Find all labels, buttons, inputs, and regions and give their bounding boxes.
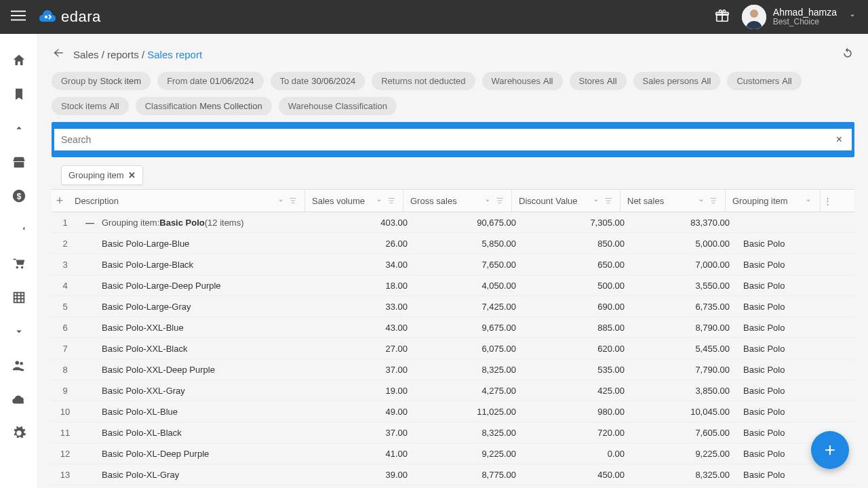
row-index: 1 xyxy=(52,218,79,228)
breadcrumb-sales[interactable]: Sales xyxy=(73,49,99,60)
filter-chip[interactable]: Stock itemsAll xyxy=(52,97,129,115)
filter-chip[interactable]: Sales personsAll xyxy=(633,72,721,90)
table-row[interactable]: 6Basic Polo-XXL-Blue43.009,675.00885.008… xyxy=(52,317,854,338)
cell-discount: 620.00 xyxy=(523,344,631,354)
sidebar-people[interactable] xyxy=(0,348,38,382)
close-icon[interactable]: × xyxy=(833,134,845,146)
filter-chip[interactable]: To date30/06/2024 xyxy=(271,72,366,90)
svg-point-8 xyxy=(723,10,726,13)
svg-text:$: $ xyxy=(16,192,21,201)
cell-gross: 8,325.00 xyxy=(414,428,523,438)
cell-net: 5,455.00 xyxy=(631,344,736,354)
back-arrow-icon[interactable] xyxy=(52,46,65,62)
cell-discount: 450.00 xyxy=(523,470,631,480)
sidebar-expand[interactable] xyxy=(0,314,38,348)
cell-discount: 980.00 xyxy=(523,407,631,417)
table-row[interactable]: 13Basic Polo-XL-Gray39.008,775.00450.008… xyxy=(52,464,854,485)
col-net-sales[interactable]: Net sales xyxy=(620,190,726,211)
refresh-icon[interactable] xyxy=(841,46,854,62)
sidebar-building[interactable] xyxy=(0,281,38,314)
cell-gross: 7,425.00 xyxy=(414,302,523,312)
brand-text: edara xyxy=(61,8,101,26)
cell-volume: 41.00 xyxy=(316,449,414,459)
row-index: 7 xyxy=(52,344,79,354)
table-row[interactable]: 11Basic Polo-XL-Black37.008,325.00720.00… xyxy=(52,422,854,443)
cell-volume: 18.00 xyxy=(316,281,414,291)
table-row[interactable]: 10Basic Polo-XL-Blue49.0011,025.00980.00… xyxy=(52,401,854,422)
cell-gross: 4,050.00 xyxy=(414,281,523,291)
cell-group: Basic Polo xyxy=(736,470,831,480)
table-row[interactable]: 12Basic Polo-XL-Deep Purple41.009,225.00… xyxy=(52,443,854,464)
cell-group: Basic Polo xyxy=(736,365,831,375)
group-discount: 7,305.00 xyxy=(523,218,631,228)
table-menu-icon[interactable]: ⋮ xyxy=(821,190,834,211)
table-row[interactable]: 3Basic Polo-Large-Black34.007,650.00650.… xyxy=(52,254,854,275)
sidebar-cloud[interactable] xyxy=(0,382,38,416)
col-description[interactable]: Description xyxy=(68,190,305,211)
add-button[interactable]: + xyxy=(811,431,849,469)
sidebar-store[interactable] xyxy=(0,145,38,179)
cell-volume: 37.00 xyxy=(316,365,414,375)
grouping-tag[interactable]: Grouping item ✕ xyxy=(61,165,143,185)
filter-chip[interactable]: ClassificationMens Collection xyxy=(136,97,272,115)
cell-volume: 37.00 xyxy=(316,428,414,438)
user-org: Best_Choice xyxy=(773,18,837,26)
sidebar-bookmark[interactable] xyxy=(0,77,38,111)
table-row[interactable]: 9Basic Polo-XXL-Gray19.004,275.00425.003… xyxy=(52,380,854,401)
filter-chip[interactable]: StoresAll xyxy=(570,72,627,90)
table-row[interactable]: 5Basic Polo-Large-Gray33.007,425.00690.0… xyxy=(52,296,854,317)
cell-description: Basic Polo-XXL-Deep Purple xyxy=(95,365,316,375)
svg-point-19 xyxy=(20,362,23,365)
col-grouping-item[interactable]: Grouping item xyxy=(726,190,821,211)
grouping-tag-label: Grouping item xyxy=(68,170,124,180)
sidebar-trending[interactable] xyxy=(0,213,38,247)
filter-chip[interactable]: WarehousesAll xyxy=(482,72,563,90)
filter-chip[interactable]: From date01/06/2024 xyxy=(157,72,263,90)
row-index: 13 xyxy=(52,470,79,480)
table-row[interactable]: 2Basic Polo-Large-Blue26.005,850.00850.0… xyxy=(52,233,854,254)
table-row[interactable]: 8Basic Polo-XXL-Deep Purple37.008,325.00… xyxy=(52,359,854,380)
sidebar-money[interactable]: $ xyxy=(0,179,38,213)
user-menu[interactable]: Ahmad_hamza Best_Choice xyxy=(742,5,857,29)
group-volume: 403.00 xyxy=(316,218,414,228)
group-description: Grouping item:Basic Polo(12 items) xyxy=(95,218,316,228)
cell-net: 7,790.00 xyxy=(631,365,736,375)
filter-chip[interactable]: Returns not deducted xyxy=(372,72,475,90)
menu-icon[interactable] xyxy=(11,8,26,26)
filter-chips: Group byStock itemFrom date01/06/2024To … xyxy=(52,72,854,115)
cell-net: 3,850.00 xyxy=(631,386,736,396)
svg-rect-2 xyxy=(11,20,26,21)
col-gross-sales[interactable]: Gross sales xyxy=(403,190,512,211)
cell-gross: 6,075.00 xyxy=(414,344,523,354)
collapse-icon[interactable]: — xyxy=(79,218,95,228)
col-sales-volume[interactable]: Sales volume xyxy=(305,190,403,211)
cell-net: 10,045.00 xyxy=(631,407,736,417)
filter-chip[interactable]: CustomersAll xyxy=(727,72,801,90)
table-row[interactable]: 7Basic Polo-XXL-Black27.006,075.00620.00… xyxy=(52,338,854,359)
group-gross: 90,675.00 xyxy=(414,218,523,228)
filter-chip[interactable]: Group byStock item xyxy=(52,72,151,90)
cell-group: Basic Polo xyxy=(736,281,831,291)
content-area: Sales / reports / Sales report Group byS… xyxy=(38,34,868,488)
group-header-row[interactable]: 1 — Grouping item:Basic Polo(12 items) 4… xyxy=(52,212,854,233)
col-discount-value[interactable]: Discount Value xyxy=(512,190,620,211)
sidebar-cart[interactable] xyxy=(0,247,38,281)
gift-icon[interactable] xyxy=(715,8,730,26)
brand-logo[interactable]: edara xyxy=(38,8,101,26)
add-column-icon[interactable]: + xyxy=(52,190,68,211)
sidebar-settings[interactable] xyxy=(0,416,38,450)
cell-gross: 5,850.00 xyxy=(414,239,523,249)
cell-discount: 720.00 xyxy=(523,428,631,438)
sidebar-home[interactable] xyxy=(0,43,38,77)
breadcrumb: Sales / reports / Sales report xyxy=(73,49,202,60)
cell-group: Basic Polo xyxy=(736,239,831,249)
sidebar-collapse[interactable] xyxy=(0,111,38,145)
cell-group: Basic Polo xyxy=(736,386,831,396)
remove-grouping-icon[interactable]: ✕ xyxy=(128,170,136,180)
search-input[interactable] xyxy=(61,134,833,145)
table-row[interactable]: 4Basic Polo-Large-Deep Purple18.004,050.… xyxy=(52,275,854,296)
filter-chip[interactable]: Warehouse Classification xyxy=(279,97,397,115)
breadcrumb-reports[interactable]: reports xyxy=(107,49,139,60)
cell-volume: 39.00 xyxy=(316,470,414,480)
row-index: 4 xyxy=(52,281,79,291)
